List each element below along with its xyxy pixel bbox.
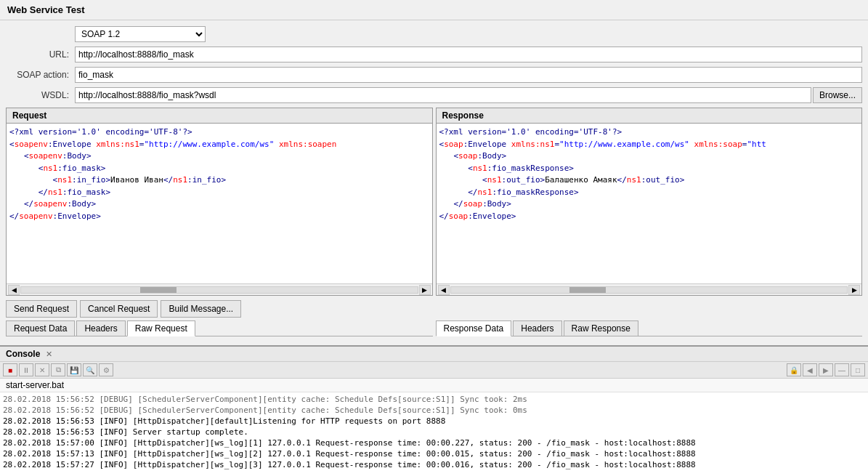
response-content: <?xml version='1.0' encoding='UTF-8'?> <…	[439, 126, 859, 222]
tab-request-headers[interactable]: Headers	[76, 320, 125, 336]
tab-response-headers[interactable]: Headers	[513, 320, 561, 336]
minimize-btn[interactable]: —	[835, 363, 849, 376]
console-line: 28.02.2018 15:57:00 [INFO] [HttpDispatch…	[3, 437, 865, 448]
console-filename: start-server.bat	[0, 379, 868, 392]
save-btn[interactable]: 💾	[67, 363, 81, 376]
console-line: 28.02.2018 15:56:53 [INFO] [HttpDispatch…	[3, 416, 865, 427]
response-section: Response <?xml version='1.0' encoding='U…	[436, 108, 863, 336]
maximize-btn[interactable]: □	[851, 363, 865, 376]
wsdl-label: WSDL:	[6, 90, 75, 100]
tab-request-data[interactable]: Request Data	[6, 320, 75, 336]
title-bar: Web Service Test	[0, 0, 868, 20]
console-toolbar: ■ ⏸ ✕ ⧉ 💾 🔍 ⚙ 🔒 ◀ ▶ — □	[0, 362, 868, 379]
request-panel-header: Request	[7, 108, 432, 124]
console-toolbar-right: 🔒 ◀ ▶ — □	[787, 363, 865, 376]
soap-action-input[interactable]	[75, 67, 862, 83]
url-label: URL:	[6, 49, 75, 60]
response-panel-header: Response	[437, 108, 862, 124]
console-section: Console ✕ ■ ⏸ ✕ ⧉ 💾 🔍 ⚙ 🔒 ◀ ▶ — □ start-…	[0, 345, 868, 476]
tab-raw-response[interactable]: Raw Response	[564, 320, 638, 336]
pause-btn[interactable]: ⏸	[19, 363, 33, 376]
request-content: <?xml version='1.0' encoding='UTF-8'?> <…	[9, 126, 429, 222]
soap-version-select[interactable]: SOAP 1.1 SOAP 1.2	[75, 26, 206, 42]
tab-response-data[interactable]: Response Data	[436, 320, 512, 336]
console-toolbar-left: ■ ⏸ ✕ ⧉ 💾 🔍 ⚙	[3, 363, 113, 376]
console-line: 28.02.2018 15:56:52 [DEBUG] [SchedulerSe…	[3, 394, 865, 405]
stop-btn[interactable]: ■	[3, 363, 17, 376]
scroll-right-btn[interactable]: ▶	[419, 285, 431, 295]
response-tabs: Response Data Headers Raw Response	[436, 320, 863, 336]
browse-button[interactable]: Browse...	[813, 87, 862, 103]
copy-btn[interactable]: ⧉	[51, 363, 65, 376]
console-line: 28.02.2018 15:56:52 [DEBUG] [SchedulerSe…	[3, 405, 865, 416]
tab-raw-request[interactable]: Raw Request	[127, 320, 195, 336]
response-panel: Response <?xml version='1.0' encoding='U…	[436, 108, 863, 296]
scroll-left-btn[interactable]: ◀	[8, 285, 20, 295]
cancel-request-button[interactable]: Cancel Request	[80, 300, 158, 318]
send-request-button[interactable]: Send Request	[6, 300, 77, 318]
spacer	[436, 296, 863, 318]
url-input[interactable]	[75, 47, 862, 62]
request-panel: Request <?xml version='1.0' encoding='UT…	[6, 108, 433, 296]
request-panel-body[interactable]: <?xml version='1.0' encoding='UTF-8'?> <…	[7, 124, 432, 283]
soap-action-label: SOAP action:	[6, 70, 75, 80]
settings-btn[interactable]: ⚙	[99, 363, 113, 376]
console-close-icon[interactable]: ✕	[46, 350, 52, 359]
console-line: 28.02.2018 15:57:13 [INFO] [HttpDispatch…	[3, 448, 865, 459]
console-output[interactable]: 28.02.2018 15:56:52 [DEBUG] [SchedulerSe…	[0, 392, 868, 476]
response-panel-body[interactable]: <?xml version='1.0' encoding='UTF-8'?> <…	[437, 124, 862, 283]
next-btn[interactable]: ▶	[819, 363, 833, 376]
console-line: 28.02.2018 15:56:53 [INFO] Server startu…	[3, 427, 865, 437]
scroll-lock-btn[interactable]: 🔒	[787, 363, 801, 376]
console-title: Console	[6, 349, 40, 359]
response-hscroll-thumb[interactable]	[569, 287, 606, 293]
filter-btn[interactable]: 🔍	[83, 363, 97, 376]
resp-scroll-left-btn[interactable]: ◀	[438, 285, 450, 295]
response-scrollbar-h[interactable]: ◀ ▶	[437, 283, 862, 295]
request-scrollbar-h[interactable]: ◀ ▶	[7, 283, 432, 295]
wsdl-input[interactable]	[75, 87, 811, 103]
request-section: Request <?xml version='1.0' encoding='UT…	[6, 108, 433, 336]
build-message-button[interactable]: Build Message...	[161, 300, 241, 318]
response-hscroll-track[interactable]	[450, 286, 848, 294]
window-title: Web Service Test	[7, 4, 84, 15]
clear-btn[interactable]: ✕	[35, 363, 49, 376]
action-buttons: Send Request Cancel Request Build Messag…	[6, 300, 433, 318]
request-hscroll-track[interactable]	[20, 286, 418, 294]
request-hscroll-thumb[interactable]	[140, 287, 177, 293]
console-line: 28.02.2018 15:57:27 [INFO] [HttpDispatch…	[3, 459, 865, 470]
console-header: Console ✕	[0, 347, 868, 362]
prev-btn[interactable]: ◀	[803, 363, 817, 376]
request-tabs: Request Data Headers Raw Request	[6, 320, 433, 336]
resp-scroll-right-btn[interactable]: ▶	[848, 285, 860, 295]
